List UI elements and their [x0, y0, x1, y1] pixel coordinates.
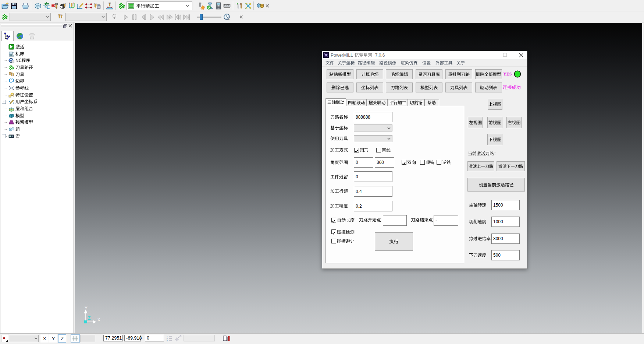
svg-text:X: X — [97, 317, 100, 322]
svg-text:z: z — [167, 340, 168, 342]
svg-text:Z: Z — [88, 316, 90, 321]
svg-text:Y: Y — [85, 306, 88, 310]
